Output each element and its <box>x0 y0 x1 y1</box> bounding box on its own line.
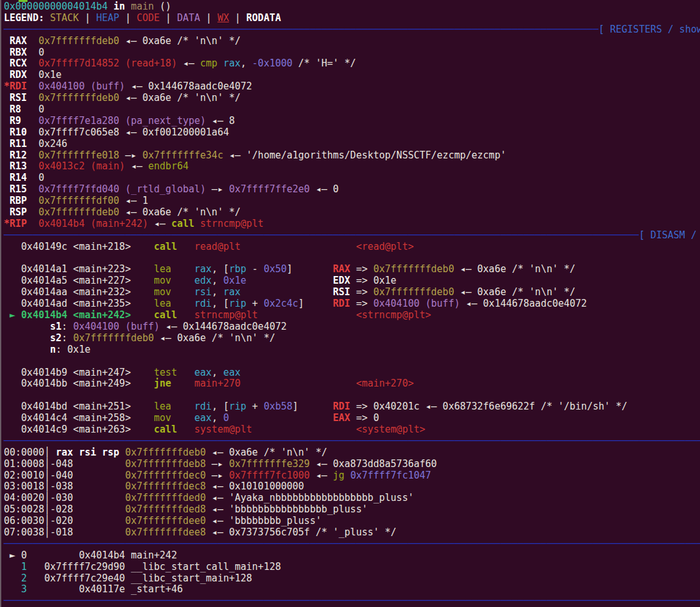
text-segment: 0x4014aa <main+232> <box>4 286 154 298</box>
disasm-row: 0x4014c4 <main+258> mov eax, 0 EAX => 0 <box>1 413 700 424</box>
stack-row: 02:0010│-040 0x7fffffffdec0 —▸ 0x7ffff7f… <box>1 470 700 482</box>
text-segment: 00:0000│ <box>4 447 56 458</box>
text-segment: LEGEND: <box>4 12 50 24</box>
text-segment: ◂— 0x7373756c705f /* '_pluss' */ <box>206 526 396 538</box>
text-segment: rdi <box>194 298 212 309</box>
text-segment: read@plt <box>194 241 240 252</box>
text-segment: 0x7fffffffe018 <box>38 150 119 161</box>
register-row-rsp: RSP 0x7fffffffdeb0 ◂— 0xa6e /* 'n\n' */ <box>1 207 700 219</box>
text-segment <box>252 424 356 435</box>
text-segment: , <box>212 286 223 298</box>
text-segment <box>345 470 350 481</box>
text-segment: /* 'H=' */ <box>293 58 356 69</box>
register-row-rdx: RDX 0x1e <box>1 70 700 81</box>
text-segment: 0x7ffff7c29e40 __libc_start_main+128 <box>44 572 252 584</box>
text-segment: RDI <box>333 401 350 412</box>
stack-row: 01:0008│-048 0x7fffffffdeb8 —▸ 0x7ffffff… <box>1 459 700 470</box>
text-segment: 0x4014c4 <main+258> <box>4 412 154 424</box>
text-segment <box>125 1 131 12</box>
text-segment: —▸ <box>206 183 229 195</box>
text-segment: 0x7fffffffe329 <box>229 458 309 470</box>
text-segment: R11 <box>4 138 38 150</box>
text-segment: 0x7ffff7e1a280 (pa_next_type) <box>38 115 206 127</box>
text-segment <box>73 503 125 515</box>
text-segment: —▸ <box>206 470 229 481</box>
text-segment: -0x1000 <box>252 58 292 69</box>
text-segment: ────────────────────────────────────────… <box>4 24 598 35</box>
text-segment: STACK <box>50 12 79 24</box>
previous-line-fragment <box>19 0 27 2</box>
text-segment: 0x7fffffffe34c <box>143 150 223 161</box>
text-segment: , [ <box>212 263 229 275</box>
text-segment: R8 <box>4 104 38 115</box>
text-segment: () <box>154 1 171 12</box>
blank-line <box>1 253 700 265</box>
text-segment: : <box>61 332 73 344</box>
text-segment: R14 <box>4 172 38 183</box>
text-segment: => 0x40201c ◂— 0x68732f6e69622f /* '/bin… <box>350 401 627 412</box>
text-segment <box>217 58 223 69</box>
text-segment: 0x7fffffffded0 <box>125 492 206 503</box>
text-segment: 0x4014a5 <main+227> <box>4 275 154 286</box>
text-segment: + <box>246 401 263 412</box>
disasm-row: 0x4014b9 <main+247> test eax, eax <box>1 367 700 379</box>
text-segment: ◂— 0xa6e /* 'n\n' */ <box>206 447 327 458</box>
text-segment: edx <box>194 275 212 286</box>
text-segment: , <box>212 275 223 286</box>
text-segment: 0x7fffffffdeb8 <box>125 458 206 470</box>
text-segment <box>120 447 125 458</box>
text-segment: 0x404100 (buff) <box>38 81 125 92</box>
stack-row: 07:0038│-018 0x7fffffffdee8 ◂— 0x7373756… <box>1 527 700 539</box>
text-segment: RDX <box>4 69 38 81</box>
text-segment <box>4 344 50 355</box>
text-segment: 1 <box>4 561 27 572</box>
text-segment: ◂— 1 <box>120 195 148 206</box>
text-segment: cmp <box>200 58 217 69</box>
text-segment: 0x246 <box>38 138 67 150</box>
text-segment <box>73 458 125 470</box>
text-segment: 0 <box>38 172 44 183</box>
register-row-r8: R8 0 <box>1 104 700 116</box>
text-segment <box>4 332 50 344</box>
text-segment: , <box>212 367 223 378</box>
disasm-row: 0x4014a5 <main+227> mov edx, 0x1e EDX =>… <box>1 275 700 287</box>
text-segment: 0x7fffffffded8 <box>125 503 206 515</box>
text-segment <box>258 309 356 321</box>
text-segment: ► 0x4014b4 <main+242> <box>4 309 131 321</box>
blank-line <box>1 356 700 367</box>
text-segment: , [ <box>212 298 229 309</box>
text-segment: 03:0018│-038 <box>4 480 73 492</box>
text-segment: ◂— 0xa873dd8a5736af60 <box>310 458 437 470</box>
text-segment <box>73 515 125 526</box>
text-segment: ◂— 0x144678aadc0e4072 <box>125 81 253 92</box>
text-segment: call <box>154 309 194 321</box>
text-segment: <read@plt> <box>356 241 414 252</box>
text-segment: ◂— <box>125 160 148 172</box>
text-segment <box>246 275 332 286</box>
text-segment: rax <box>223 58 240 69</box>
register-row-r11: R11 0x246 <box>1 139 700 150</box>
text-segment: ◂— 0xa6e /* 'n\n' */ <box>120 92 241 104</box>
text-segment: R12 <box>4 150 38 161</box>
text-segment <box>27 583 44 595</box>
disasm-row: 0x4014bb <main+249> jne main+270 <main+2… <box>1 378 700 390</box>
text-segment: 0x7ffff7c065e8 ◂— 0xf001200001a64 <box>38 127 229 138</box>
register-row-r13: R13 0x4013c2 (main) ◂— endbr64 <box>1 161 700 173</box>
text-segment: EAX <box>333 412 350 424</box>
text-segment: rdi <box>194 401 212 412</box>
text-segment: ◂— <box>310 470 333 481</box>
text-segment: call <box>154 241 194 252</box>
text-segment: rax rsi rsp <box>56 447 119 458</box>
text-segment: ────────────────────────────────────────… <box>4 229 639 241</box>
text-segment <box>304 298 333 309</box>
footer-rule: ────────────────────────────────────────… <box>1 595 700 607</box>
text-segment: R15 <box>4 183 38 195</box>
disasm-row: 0x4014bd <main+251> lea rdi, [rip + 0xb5… <box>1 401 700 413</box>
text-segment: RAX <box>333 263 350 275</box>
text-segment: n <box>50 344 56 355</box>
text-segment: => 0x1e <box>350 275 396 286</box>
text-segment: —▸ <box>206 458 229 470</box>
text-segment: ────────────────────────────────────────… <box>4 538 700 549</box>
text-segment: endbr64 <box>148 160 189 172</box>
text-segment: ◂— 'Ayaka_nbbbbbbbbbbbbbbbbb_pluss' <box>206 492 414 503</box>
